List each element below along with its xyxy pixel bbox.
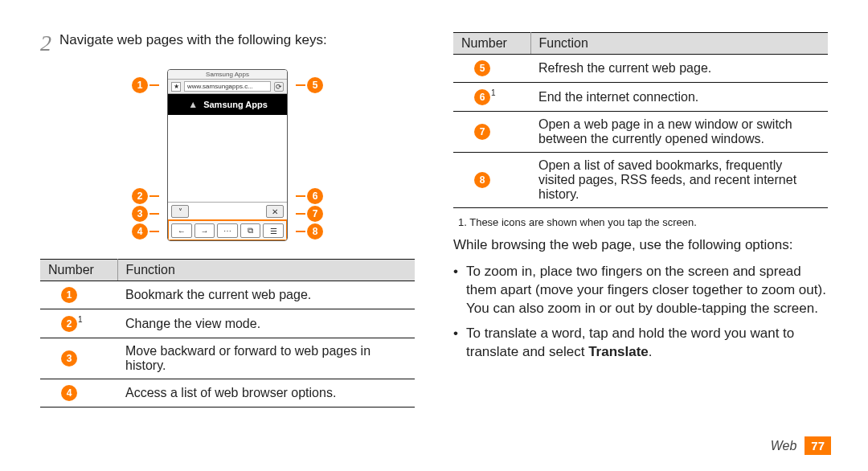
chevron-down-icon: ˅ [171, 205, 189, 218]
table-row: 7 Open a web page in a new window or swi… [453, 112, 828, 153]
page-footer: Web 77 [771, 436, 831, 455]
connector-line [149, 231, 159, 232]
bookmarks-icon: ☰ [263, 223, 284, 238]
connector-line [149, 195, 159, 197]
col-header-number: Number [453, 33, 530, 55]
close-icon: ✕ [266, 205, 284, 218]
more-icon: ⋯ [217, 223, 238, 238]
row-bubble: 2 [61, 316, 77, 332]
page-number: 77 [805, 436, 831, 455]
row-func: Refresh the current web page. [530, 55, 828, 83]
callout-bubble-2: 2 [132, 188, 148, 204]
new-window-icon: ⧉ [240, 223, 261, 238]
row-func: Change the view mode. [117, 309, 415, 338]
row-func: Access a list of web browser options. [117, 379, 415, 408]
refresh-icon: ⟳ [274, 82, 284, 92]
left-column: 2 Navigate web pages with the following … [40, 32, 415, 408]
section-title: Web [771, 439, 797, 453]
app-banner: ▲ Samsung Apps [168, 94, 287, 115]
phone-figure: 1 2 3 4 Samsung Apps [40, 69, 415, 241]
callout-bubble-4: 4 [132, 223, 148, 240]
row-bubble: 7 [474, 124, 490, 140]
table-row: 8 Open a list of saved bookmarks, freque… [453, 153, 828, 208]
col-header-function: Function [117, 260, 415, 281]
callout-bubble-1: 1 [132, 77, 148, 93]
step-text: Navigate web pages with the following ke… [59, 32, 327, 48]
col-header-number: Number [40, 260, 117, 281]
connector-line [296, 213, 305, 215]
manual-page: 2 Navigate web pages with the following … [0, 0, 868, 424]
address-text: www.samsungapps.c... [184, 81, 271, 92]
options-list: To zoom in, place two fingers on the scr… [453, 263, 828, 362]
toolbar-row-2: ← → ⋯ ⧉ ☰ [168, 220, 287, 240]
connector-line [149, 213, 159, 215]
back-icon: ← [171, 223, 192, 238]
row-bubble: 8 [474, 172, 490, 188]
row-func: End the internet connection. [530, 83, 828, 112]
row-bubble: 5 [474, 60, 490, 76]
row-bubble: 4 [61, 385, 77, 401]
row-func: Move backward or forward to web pages in… [117, 338, 415, 379]
step-line: 2 Navigate web pages with the following … [40, 32, 415, 55]
callout-bubble-3: 3 [132, 206, 148, 222]
phone-content-area [168, 115, 287, 202]
list-item: To translate a word, tap and hold the wo… [453, 325, 828, 362]
footnote-ref: 1 [78, 315, 83, 324]
row-bubble: 6 [474, 89, 490, 105]
list-item: To zoom in, place two fingers on the scr… [453, 263, 828, 318]
connector-line [296, 84, 305, 86]
callouts-left: 1 2 3 4 [130, 69, 159, 241]
row-func: Open a web page in a new window or switc… [530, 112, 828, 153]
phone-mockup: Samsung Apps ★ www.samsungapps.c... ⟳ ▲ … [167, 69, 288, 241]
step-number: 2 [40, 32, 51, 55]
callouts-right: 5 6 7 8 [296, 69, 325, 241]
body-intro: While browsing the web page, use the fol… [453, 236, 828, 255]
connector-line [149, 84, 159, 86]
callout-bubble-6: 6 [307, 188, 323, 204]
row-bubble: 3 [61, 350, 77, 367]
footnote: 1. These icons are shown when you tap th… [458, 216, 828, 228]
row-func: Open a list of saved bookmarks, frequent… [530, 153, 828, 208]
forward-icon: → [194, 223, 215, 238]
col-header-function: Function [530, 33, 828, 55]
connector-line [296, 231, 305, 232]
samsung-apps-icon: ▲ [187, 99, 199, 110]
bookmark-icon: ★ [171, 82, 181, 92]
right-column: Number Function 5 Refresh the current we… [453, 32, 828, 408]
table-row: 61 End the internet connection. [453, 83, 828, 112]
table-row: 1 Bookmark the current web page. [40, 281, 415, 309]
function-table-right: Number Function 5 Refresh the current we… [453, 32, 828, 208]
footnote-ref: 1 [491, 88, 496, 97]
table-row: 4 Access a list of web browser options. [40, 379, 415, 408]
app-banner-text: Samsung Apps [203, 100, 268, 109]
address-bar: ★ www.samsungapps.c... ⟳ [168, 80, 287, 94]
function-table-left: Number Function 1 Bookmark the current w… [40, 259, 415, 408]
translate-keyword: Translate [588, 344, 649, 359]
table-row: 5 Refresh the current web page. [453, 55, 828, 83]
table-row: 21 Change the view mode. [40, 309, 415, 338]
connector-line [296, 195, 305, 197]
toolbar-row-1: ˅ ✕ [168, 202, 287, 220]
row-bubble: 1 [61, 287, 77, 303]
callout-bubble-7: 7 [307, 206, 323, 222]
row-func: Bookmark the current web page. [117, 281, 415, 309]
phone-title-bar: Samsung Apps [168, 70, 287, 80]
callout-bubble-8: 8 [307, 223, 323, 240]
callout-bubble-5: 5 [307, 77, 323, 93]
list-item-suffix: . [649, 344, 653, 359]
table-row: 3 Move backward or forward to web pages … [40, 338, 415, 379]
